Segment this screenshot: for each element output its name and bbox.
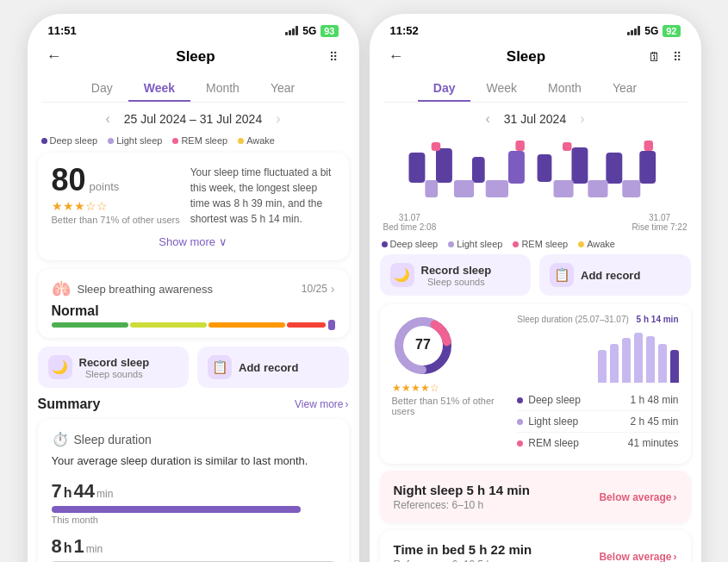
back-button-left[interactable]: ←: [45, 46, 64, 67]
legend-right: Deep sleep Light sleep REM sleep Awake: [370, 235, 701, 254]
tabs-right: Day Week Month Year: [383, 76, 688, 103]
sleep-chart-right: [382, 135, 689, 213]
svg-rect-1: [436, 148, 452, 183]
page-title-left: Sleep: [176, 48, 215, 66]
this-month-row: 7 h 44 min This month: [52, 480, 335, 525]
breathing-title: 🫁 Sleep breathing awareness: [52, 279, 214, 298]
sleep-duration-card: ⏱️ Sleep duration Your average sleep dur…: [38, 419, 349, 562]
record-sleep-icon-right: 🌙: [390, 263, 414, 287]
record-row-left: 🌙 Record sleep Sleep sounds 📋 Add record: [38, 347, 349, 388]
legend-light-left: Light sleep: [108, 135, 162, 146]
summary-header: Summary View more ›: [38, 397, 349, 412]
calendar-button-right[interactable]: 🗓: [646, 47, 663, 66]
svg-rect-0: [408, 153, 425, 183]
signal-icon-right: [627, 26, 640, 35]
legend-awake-right: Awake: [578, 239, 615, 249]
next-date-left[interactable]: ›: [276, 111, 280, 127]
night-sleep-card[interactable]: Night sleep 5 h 14 min References: 6–10 …: [380, 471, 691, 523]
date-nav-left: ‹ 25 Jul 2024 – 31 Jul 2024 ›: [28, 103, 359, 132]
chart-right-sub: Rise time 7:22: [632, 222, 688, 232]
svg-rect-13: [622, 180, 640, 197]
view-more-btn[interactable]: View more ›: [295, 398, 348, 410]
stage-rem: REM sleep 41 minutes: [517, 433, 678, 453]
menu-button-left[interactable]: ⠿: [327, 48, 341, 66]
score-left-right: 77 ★★★★☆ Better than 51% of other users: [392, 315, 507, 453]
summary-title: Summary: [38, 397, 101, 412]
record-sleep-button-right[interactable]: 🌙 Record sleep Sleep sounds: [380, 254, 532, 296]
sleep-stages-right: Deep sleep 1 h 48 min Light sleep 2 h 45…: [517, 390, 678, 453]
page-title-right: Sleep: [507, 48, 545, 66]
battery-left: 93: [320, 25, 338, 37]
time-in-bed-card[interactable]: Time in bed 5 h 22 min References: 6–10.…: [380, 530, 691, 562]
tab-year-left[interactable]: Year: [255, 76, 310, 102]
add-record-icon-right: 📋: [550, 263, 574, 287]
tab-day-left[interactable]: Day: [76, 76, 128, 102]
tab-month-right[interactable]: Month: [532, 76, 597, 102]
battery-right: 92: [663, 25, 680, 37]
add-record-button-left[interactable]: 📋 Add record: [197, 347, 349, 388]
record-sleep-icon-left: 🌙: [48, 355, 72, 379]
score-desc-left: Your sleep time fluctuated a bit this we…: [190, 165, 335, 227]
date-range-left: 25 Jul 2024 – 31 Jul 2024: [124, 112, 262, 126]
svg-rect-9: [454, 180, 474, 197]
status-right-right: 5G 92: [627, 25, 680, 37]
score-card-left: 80 points ★★★☆☆ Better than 71% of other…: [38, 153, 349, 260]
score-unit-left: points: [90, 180, 120, 193]
legend-rem-left: REM sleep: [172, 135, 227, 146]
header-left: ← Sleep ⠿: [28, 41, 359, 76]
score-card-right: 77 ★★★★☆ Better than 51% of other users …: [380, 304, 691, 464]
right-screen: 11:52 5G 92 ← Sleep 🗓 ⠿ Day: [370, 14, 701, 562]
tab-month-left[interactable]: Month: [190, 76, 255, 102]
tab-year-right[interactable]: Year: [597, 76, 652, 102]
time-in-bed-title: Time in bed 5 h 22 min: [394, 542, 532, 557]
svg-rect-2: [472, 157, 485, 183]
tab-week-left[interactable]: Week: [128, 76, 190, 102]
time-in-bed-sub: References: 6–10.5 h: [394, 559, 532, 562]
prev-date-left[interactable]: ‹: [105, 111, 109, 127]
chart-right-date: 31.07: [632, 213, 688, 222]
header-right: ← Sleep 🗓 ⠿: [370, 41, 701, 76]
add-record-icon-left: 📋: [208, 355, 232, 379]
time-right: 11:52: [390, 24, 419, 37]
stars-right: ★★★★☆: [392, 382, 507, 394]
date-right: 31 Jul 2024: [504, 112, 566, 126]
svg-rect-11: [553, 180, 573, 197]
chart-left-sub: Bed time 2:08: [383, 222, 437, 232]
record-sleep-sub-right: Sleep sounds: [421, 277, 492, 287]
status-right-left: 5G 93: [285, 25, 338, 37]
record-sleep-label-right: Record sleep: [421, 264, 492, 277]
chart-label-right: 5 h 14 min: [637, 315, 679, 324]
last-month-row: 8 h 1 min Last month: [52, 535, 335, 563]
svg-rect-8: [425, 180, 438, 197]
back-button-right[interactable]: ←: [387, 46, 406, 67]
legend-rem-right: REM sleep: [513, 239, 568, 249]
stars-left: ★★★☆☆: [52, 199, 180, 213]
sleep-duration-desc: Your average sleep duration is similar t…: [52, 453, 335, 470]
this-month-label: This month: [52, 515, 335, 525]
date-nav-right: ‹ 31 Jul 2024 ›: [370, 103, 701, 132]
tab-day-right[interactable]: Day: [418, 76, 471, 102]
svg-rect-16: [563, 142, 572, 151]
network-right: 5G: [644, 25, 658, 37]
prev-date-right[interactable]: ‹: [485, 111, 489, 127]
night-sleep-sub: References: 6–10 h: [394, 499, 530, 511]
menu-button-right[interactable]: ⠿: [671, 48, 683, 66]
legend-light-right: Light sleep: [448, 239, 502, 249]
legend-left: Deep sleep Light sleep REM sleep Awake: [28, 132, 359, 153]
tab-week-right[interactable]: Week: [470, 76, 532, 102]
legend-deep-left: Deep sleep: [41, 135, 98, 146]
tabs-left: Day Week Month Year: [41, 76, 345, 103]
svg-rect-7: [639, 151, 656, 184]
add-record-label-right: Add record: [581, 269, 640, 282]
svg-rect-17: [644, 140, 653, 151]
last-month-time: 8 h 1 min: [52, 535, 335, 558]
add-record-button-right[interactable]: 📋 Add record: [539, 254, 691, 296]
night-sleep-badge: Below average ›: [599, 491, 676, 503]
record-sleep-button-left[interactable]: 🌙 Record sleep Sleep sounds: [38, 347, 190, 388]
record-row-right: 🌙 Record sleep Sleep sounds 📋 Add record: [380, 254, 691, 296]
breathing-score: 10/25: [302, 283, 327, 295]
left-screen: 11:51 5G 93 ← Sleep ⠿ Day Week: [28, 14, 359, 562]
next-date-right[interactable]: ›: [580, 111, 584, 127]
show-more-left[interactable]: Show more ∨: [52, 235, 335, 248]
header-icons-left: ⠿: [327, 48, 341, 66]
